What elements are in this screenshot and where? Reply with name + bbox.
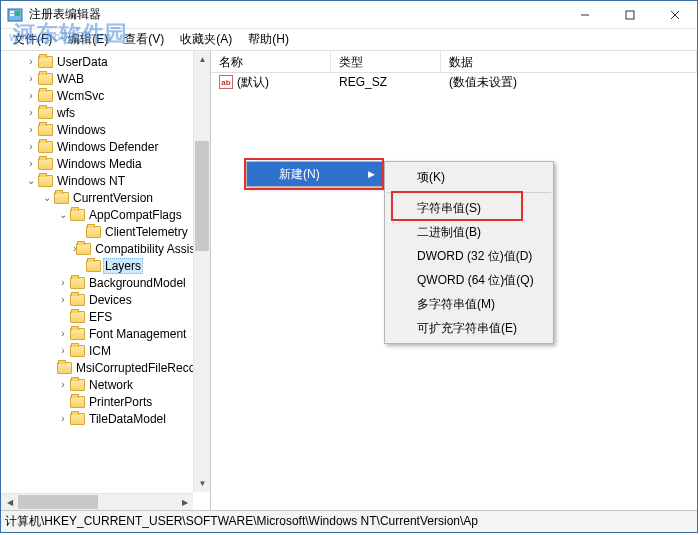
tree-item[interactable]: ›TileDataModel — [1, 410, 210, 427]
tree-item[interactable]: ›Compatibility Assistant — [1, 240, 210, 257]
tree-label: Devices — [87, 293, 134, 307]
content-area: ›UserData›WAB›WcmSvc›wfs›Windows›Windows… — [1, 51, 697, 510]
tree-label: wfs — [55, 106, 77, 120]
expand-icon[interactable]: › — [57, 294, 69, 305]
menu-file[interactable]: 文件(F) — [5, 29, 60, 50]
window-title: 注册表编辑器 — [29, 6, 562, 23]
folder-icon — [69, 276, 85, 290]
tree-item[interactable]: MsiCorruptedFileRecovery — [1, 359, 210, 376]
value-name: (默认) — [237, 74, 269, 91]
close-button[interactable] — [652, 1, 697, 28]
minimize-button[interactable] — [562, 1, 607, 28]
folder-icon — [85, 259, 101, 273]
tree-item[interactable]: ›UserData — [1, 53, 210, 70]
tree-label: TileDataModel — [87, 412, 168, 426]
titlebar[interactable]: 注册表编辑器 — [1, 1, 697, 29]
scroll-up-icon[interactable]: ▲ — [194, 51, 211, 68]
collapse-icon[interactable]: ⌄ — [25, 175, 37, 186]
tree-item[interactable]: EFS — [1, 308, 210, 325]
list-row[interactable]: ab (默认) REG_SZ (数值未设置) — [211, 73, 697, 91]
tree-item[interactable]: ›wfs — [1, 104, 210, 121]
scroll-right-icon[interactable]: ▶ — [176, 494, 193, 510]
tree-item[interactable]: ⌄AppCompatFlags — [1, 206, 210, 223]
tree-item[interactable]: ›WcmSvc — [1, 87, 210, 104]
expand-icon[interactable]: › — [25, 124, 37, 135]
tree-item[interactable]: ›WAB — [1, 70, 210, 87]
ctx-key[interactable]: 项(K) — [385, 165, 553, 189]
folder-icon — [37, 89, 53, 103]
tree-scrollbar-v[interactable]: ▲ ▼ — [193, 51, 210, 492]
expand-icon[interactable]: › — [57, 379, 69, 390]
context-menu-2: 项(K) 字符串值(S) 二进制值(B) DWORD (32 位)值(D) QW… — [384, 161, 554, 344]
menu-edit[interactable]: 编辑(E) — [60, 29, 116, 50]
separator — [387, 192, 551, 193]
ctx-binary[interactable]: 二进制值(B) — [385, 220, 553, 244]
tree-label: PrinterPorts — [87, 395, 154, 409]
tree-item[interactable]: PrinterPorts — [1, 393, 210, 410]
tree-label: Windows Media — [55, 157, 144, 171]
folder-icon — [85, 225, 101, 239]
col-name[interactable]: 名称 — [211, 51, 331, 72]
tree-label: UserData — [55, 55, 110, 69]
folder-icon — [69, 344, 85, 358]
folder-icon — [76, 242, 91, 256]
tree-item[interactable]: Layers — [1, 257, 210, 274]
tree-item[interactable]: ›Font Management — [1, 325, 210, 342]
expand-icon[interactable]: › — [57, 328, 69, 339]
expand-icon[interactable]: › — [25, 141, 37, 152]
tree-item[interactable]: ›Windows Media — [1, 155, 210, 172]
expand-icon[interactable]: › — [25, 73, 37, 84]
ctx-expand[interactable]: 可扩充字符串值(E) — [385, 316, 553, 340]
ctx-string[interactable]: 字符串值(S) — [385, 196, 553, 220]
expand-icon[interactable]: › — [25, 158, 37, 169]
folder-icon — [57, 361, 72, 375]
expand-icon[interactable]: › — [25, 107, 37, 118]
expand-icon[interactable]: › — [57, 277, 69, 288]
folder-icon — [37, 106, 53, 120]
col-type[interactable]: 类型 — [331, 51, 441, 72]
maximize-button[interactable] — [607, 1, 652, 28]
ctx-dword[interactable]: DWORD (32 位)值(D) — [385, 244, 553, 268]
folder-icon — [69, 293, 85, 307]
expand-icon[interactable]: › — [57, 345, 69, 356]
tree-label: Layers — [103, 258, 143, 274]
tree-item[interactable]: ⌄Windows NT — [1, 172, 210, 189]
tree-item[interactable]: ›Windows — [1, 121, 210, 138]
tree-item[interactable]: ⌄CurrentVersion — [1, 189, 210, 206]
folder-icon — [69, 310, 85, 324]
menu-favorites[interactable]: 收藏夹(A) — [172, 29, 240, 50]
ctx-qword[interactable]: QWORD (64 位)值(Q) — [385, 268, 553, 292]
menu-view[interactable]: 查看(V) — [116, 29, 172, 50]
string-value-icon: ab — [219, 75, 233, 89]
expand-icon[interactable]: › — [25, 56, 37, 67]
expand-icon[interactable]: › — [25, 90, 37, 101]
tree-label: Windows NT — [55, 174, 127, 188]
folder-icon — [53, 191, 69, 205]
tree-item[interactable]: ›BackgroundModel — [1, 274, 210, 291]
tree-item[interactable]: ›ICM — [1, 342, 210, 359]
scroll-thumb-h[interactable] — [18, 495, 98, 509]
scroll-down-icon[interactable]: ▼ — [194, 475, 211, 492]
tree-pane[interactable]: ›UserData›WAB›WcmSvc›wfs›Windows›Windows… — [1, 51, 211, 510]
collapse-icon[interactable]: ⌄ — [57, 209, 69, 220]
ctx-new[interactable]: 新建(N) ▶ — [247, 162, 383, 186]
tree-item[interactable]: ClientTelemetry — [1, 223, 210, 240]
list-pane[interactable]: 名称 类型 数据 ab (默认) REG_SZ (数值未设置) 新建(N) ▶ — [211, 51, 697, 510]
tree-label: CurrentVersion — [71, 191, 155, 205]
svg-rect-5 — [626, 11, 634, 19]
folder-icon — [69, 395, 85, 409]
registry-tree[interactable]: ›UserData›WAB›WcmSvc›wfs›Windows›Windows… — [1, 51, 210, 429]
tree-item[interactable]: ›Windows Defender — [1, 138, 210, 155]
scroll-left-icon[interactable]: ◀ — [1, 494, 18, 510]
col-data[interactable]: 数据 — [441, 51, 697, 72]
menu-help[interactable]: 帮助(H) — [240, 29, 297, 50]
tree-label: MsiCorruptedFileRecovery — [74, 361, 211, 375]
ctx-multi[interactable]: 多字符串值(M) — [385, 292, 553, 316]
expand-icon[interactable]: › — [57, 413, 69, 424]
tree-scrollbar-h[interactable]: ◀ ▶ — [1, 493, 193, 510]
collapse-icon[interactable]: ⌄ — [41, 192, 53, 203]
tree-item[interactable]: ›Devices — [1, 291, 210, 308]
scroll-thumb[interactable] — [195, 141, 209, 251]
tree-item[interactable]: ›Network — [1, 376, 210, 393]
chevron-right-icon: ▶ — [368, 169, 375, 179]
